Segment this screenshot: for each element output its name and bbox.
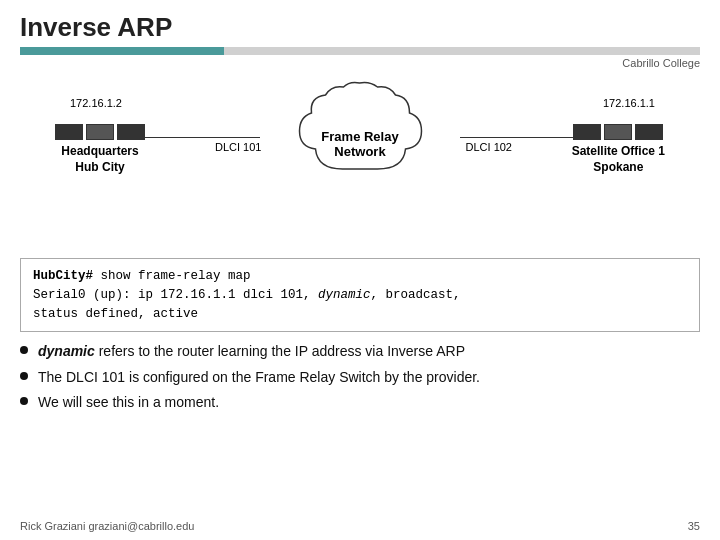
router-segment-2 [86, 124, 114, 140]
router-hq: Headquarters Hub City [55, 124, 145, 175]
line-sat [460, 137, 585, 138]
network-diagram: 172.16.1.2 172.16.1.1 Frame Relay Networ… [20, 69, 700, 254]
terminal-line-3: status defined, active [33, 305, 687, 324]
bullet-text-3: We will see this in a moment. [38, 393, 219, 413]
terminal-prompt: HubCity# [33, 269, 93, 283]
bullet-text-2: The DLCI 101 is configured on the Frame … [38, 368, 480, 388]
bullet-item-2: The DLCI 101 is configured on the Frame … [20, 368, 700, 388]
top-bar [20, 47, 700, 55]
bullet-dot-3 [20, 397, 28, 405]
footer-page: 35 [688, 520, 700, 532]
page-header: Inverse ARP [0, 0, 720, 47]
cloud-label: Frame Relay Network [321, 129, 398, 159]
terminal-line-2: Serial0 (up): ip 172.16.1.1 dlci 101, dy… [33, 286, 687, 305]
router-sat-segment-2 [604, 124, 632, 140]
terminal-box: HubCity# show frame-relay map Serial0 (u… [20, 258, 700, 332]
college-name: Cabrillo College [0, 57, 720, 69]
hq-label: Headquarters Hub City [61, 144, 138, 175]
dlci-hq-label: DLCI 101 [215, 141, 261, 153]
router-segment-1 [55, 124, 83, 140]
bullet-dot-1 [20, 346, 28, 354]
terminal-dynamic: dynamic [318, 288, 371, 302]
ip-hq: 172.16.1.2 [70, 97, 122, 109]
bullet-list: dynamic refers to the router learning th… [20, 342, 700, 413]
dlci-sat-label: DLCI 102 [466, 141, 512, 153]
cloud-shape: Frame Relay Network [288, 79, 433, 189]
bullet-dot-2 [20, 372, 28, 380]
bullet-item-3: We will see this in a moment. [20, 393, 700, 413]
bullet-text-1: dynamic refers to the router learning th… [38, 342, 465, 362]
router-sat-segment-3 [635, 124, 663, 140]
page-footer: Rick Graziani graziani@cabrillo.edu 35 [20, 520, 700, 532]
footer-author: Rick Graziani graziani@cabrillo.edu [20, 520, 194, 532]
line-hq [135, 137, 260, 138]
router-sat-box [573, 124, 663, 140]
page-title: Inverse ARP [20, 12, 172, 43]
terminal-line-1: HubCity# show frame-relay map [33, 267, 687, 286]
bullet-item-1: dynamic refers to the router learning th… [20, 342, 700, 362]
router-hq-box [55, 124, 145, 140]
sat-label: Satellite Office 1 Spokane [572, 144, 665, 175]
router-sat: Satellite Office 1 Spokane [572, 124, 665, 175]
ip-sat: 172.16.1.1 [603, 97, 655, 109]
